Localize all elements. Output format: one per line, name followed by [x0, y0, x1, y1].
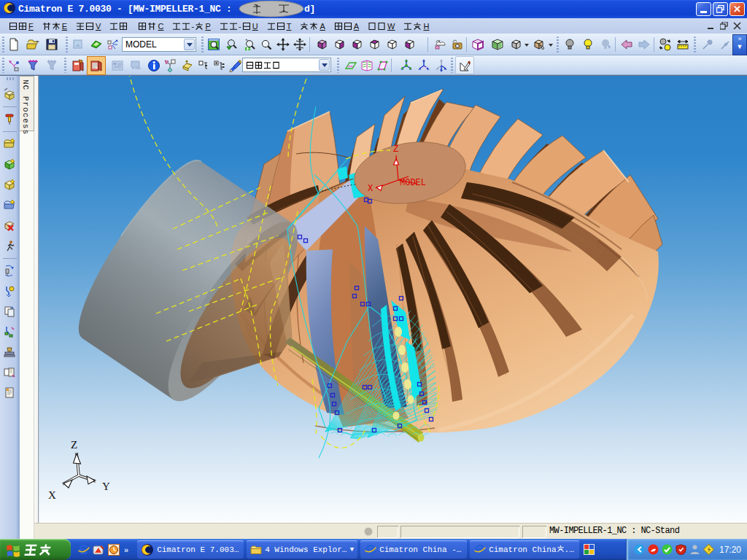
- svg-text:Z: Z: [393, 144, 398, 155]
- svg-text:X: X: [48, 489, 56, 501]
- svg-text:Z: Z: [71, 439, 77, 451]
- svg-text:X: X: [368, 184, 373, 194]
- svg-text:MODEL: MODEL: [400, 178, 426, 188]
- svg-text:Y: Y: [102, 481, 110, 492]
